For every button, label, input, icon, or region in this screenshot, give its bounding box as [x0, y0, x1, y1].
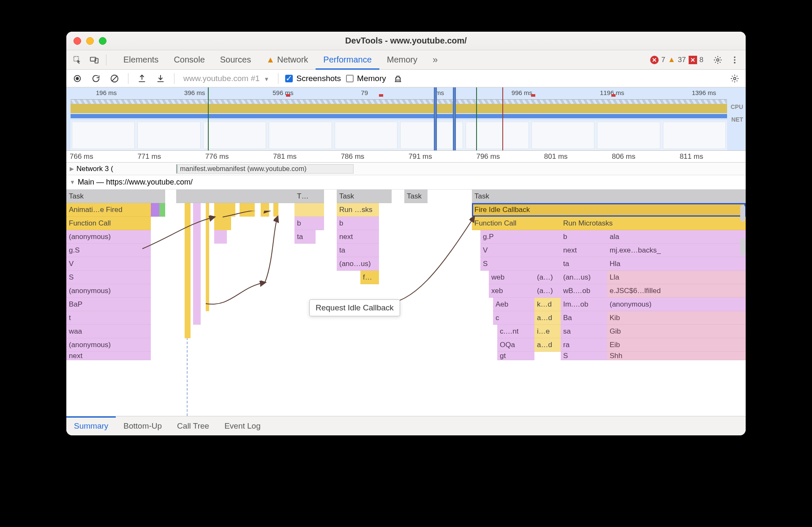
flame-frame[interactable]: e.JSC$6…lfilled: [607, 284, 746, 298]
flame-frame[interactable]: [240, 203, 255, 217]
flame-frame[interactable]: (an…us): [561, 271, 607, 284]
flame-frame[interactable]: (anonymous): [66, 338, 151, 352]
issue-badges[interactable]: ✕ 7 ▲ 37 ✕ 8: [650, 55, 703, 64]
scrollbar-stub[interactable]: [740, 205, 745, 222]
overview-pane[interactable]: 196 ms 396 ms 596 ms 79 ms 996 ms 1196 m…: [66, 87, 746, 151]
flame-frame[interactable]: [294, 203, 324, 217]
reload-button[interactable]: [89, 72, 103, 85]
detail-tab-event-log[interactable]: Event Log: [217, 416, 268, 436]
flame-frame[interactable]: [193, 203, 201, 325]
clear-button[interactable]: [108, 72, 121, 85]
flame-frame[interactable]: (anonymous): [66, 230, 151, 244]
flame-frame[interactable]: [206, 203, 209, 311]
record-button[interactable]: [71, 72, 84, 85]
flame-frame[interactable]: [151, 190, 159, 203]
flame-frame[interactable]: (a…): [534, 284, 561, 298]
device-toggle-icon[interactable]: [87, 53, 101, 67]
flame-frame[interactable]: Function Call: [472, 217, 561, 230]
gear-icon[interactable]: [711, 53, 725, 67]
flame-frame[interactable]: Lla: [607, 271, 746, 284]
flame-frame[interactable]: i…e: [534, 325, 561, 338]
flame-frame[interactable]: V: [66, 257, 151, 271]
overview-selection-handle-left[interactable]: [434, 87, 437, 150]
flame-frame[interactable]: ala: [607, 230, 746, 244]
flame-frame[interactable]: Hla: [607, 257, 746, 271]
flame-frame[interactable]: wB.…ob: [561, 284, 607, 298]
tab-memory[interactable]: Memory: [379, 50, 425, 70]
tab-console[interactable]: Console: [166, 50, 212, 70]
flame-frame[interactable]: ta: [337, 244, 379, 257]
flame-frame[interactable]: S: [66, 271, 151, 284]
flame-frame[interactable]: t: [66, 311, 151, 325]
minimize-window-button[interactable]: [86, 37, 94, 45]
expand-toggle-icon[interactable]: ▶: [70, 166, 74, 172]
flame-frame[interactable]: Eib: [607, 338, 746, 352]
flame-frame[interactable]: c: [493, 311, 534, 325]
flame-frame[interactable]: (ano…us): [337, 257, 379, 271]
upload-button[interactable]: [135, 72, 149, 85]
flame-frame[interactable]: BaP: [66, 298, 151, 311]
flame-frame[interactable]: Run Microtasks: [561, 217, 746, 230]
flame-frame[interactable]: k…d: [534, 298, 561, 311]
close-window-button[interactable]: [74, 37, 81, 45]
flame-task[interactable]: Task: [404, 190, 428, 203]
flame-frame[interactable]: [273, 203, 278, 217]
flame-frame[interactable]: g.P: [480, 230, 561, 244]
scrollbar-stub[interactable]: [740, 238, 745, 255]
flame-frame[interactable]: next: [337, 230, 379, 244]
flame-frame[interactable]: c.…nt: [497, 325, 534, 338]
network-track[interactable]: ▶ Network 3 ( manifest.webmanifest (www.…: [66, 163, 746, 175]
flame-frame[interactable]: OQa: [497, 338, 534, 352]
flame-fire-idle-callback[interactable]: Fire Idle Callback: [472, 203, 746, 217]
flame-frame[interactable]: waa: [66, 325, 151, 338]
flame-frame[interactable]: b: [337, 217, 379, 230]
flame-task[interactable]: Task: [66, 190, 151, 203]
flame-frame[interactable]: Kib: [607, 311, 746, 325]
flame-frame[interactable]: (anonymous): [607, 298, 746, 311]
flame-frame[interactable]: (anonymous): [66, 284, 151, 298]
flame-chart[interactable]: Task Animati…e Fired Function Call (anon…: [66, 190, 746, 416]
flame-task[interactable]: [176, 190, 294, 203]
main-thread-header[interactable]: Main — https://www.youtube.com/: [66, 175, 746, 190]
flame-task[interactable]: Task: [472, 190, 746, 203]
flame-frame[interactable]: Animati…e Fired: [66, 203, 151, 217]
flame-frame[interactable]: [214, 217, 231, 230]
flame-frame[interactable]: [185, 203, 191, 338]
flame-frame[interactable]: [159, 203, 165, 217]
flame-frame[interactable]: Gib: [607, 325, 746, 338]
tab-elements[interactable]: Elements: [116, 50, 166, 70]
time-ruler[interactable]: 766 ms 771 ms 776 ms 781 ms 786 ms 791 m…: [66, 151, 746, 163]
zoom-window-button[interactable]: [99, 37, 106, 45]
flame-frame[interactable]: xeb: [489, 284, 534, 298]
detail-tab-call-tree[interactable]: Call Tree: [169, 416, 217, 436]
network-request-chip[interactable]: manifest.webmanifest (www.youtube.com): [176, 164, 354, 174]
flame-frame[interactable]: a…d: [534, 338, 561, 352]
tab-network[interactable]: ▲ Network: [259, 50, 316, 70]
flame-frame[interactable]: next: [66, 352, 151, 360]
flame-frame[interactable]: Function Call: [66, 217, 151, 230]
flame-frame[interactable]: Im.…ob: [561, 298, 607, 311]
flame-task[interactable]: Task: [337, 190, 392, 203]
tab-sources[interactable]: Sources: [213, 50, 259, 70]
flame-frame[interactable]: g.S: [66, 244, 151, 257]
flame-frame[interactable]: Shh: [607, 352, 746, 360]
flame-frame[interactable]: [261, 203, 269, 217]
perf-settings-gear-icon[interactable]: [728, 72, 741, 85]
memory-checkbox[interactable]: Memory: [346, 74, 386, 83]
flame-frame[interactable]: Aeb: [493, 298, 534, 311]
flame-frame[interactable]: ra: [561, 338, 607, 352]
inspect-element-icon[interactable]: [71, 53, 84, 67]
flame-frame[interactable]: f…: [360, 271, 379, 284]
flame-frame[interactable]: ta: [294, 230, 316, 244]
flame-frame[interactable]: b: [561, 230, 607, 244]
flame-frame[interactable]: a…d: [534, 311, 561, 325]
flame-frame[interactable]: S: [480, 257, 561, 271]
flame-frame[interactable]: b: [294, 217, 324, 230]
flame-frame[interactable]: [214, 230, 227, 244]
flame-frame[interactable]: mj.exe…backs_: [607, 244, 746, 257]
flame-frame[interactable]: [151, 203, 159, 217]
flame-frame[interactable]: Run …sks: [337, 203, 379, 217]
overview-selection-handle-right[interactable]: [453, 87, 456, 150]
flame-frame[interactable]: [159, 190, 165, 203]
flame-frame[interactable]: S: [561, 352, 607, 360]
